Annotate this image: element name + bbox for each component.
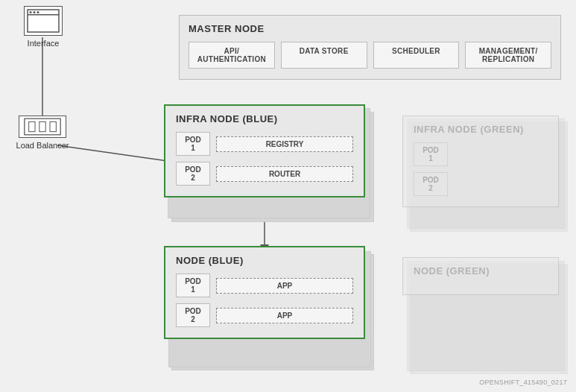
diagram-container: Interface Load Balancer MASTER NODE API/… <box>0 0 576 392</box>
node-blue-pod-row-1: POD 1 APP <box>176 274 353 297</box>
node-blue-pod1-label: POD 1 <box>176 274 210 297</box>
master-node: MASTER NODE API/AUTHENTICATION DATA STOR… <box>179 15 561 80</box>
infra-blue-pod1-label: POD 1 <box>176 132 210 156</box>
watermark: OPENSHIFT_415490_0217 <box>479 379 567 386</box>
infra-blue-pod-row-1: POD 1 REGISTRY <box>176 132 353 156</box>
service-data-store: DATA STORE <box>281 42 367 69</box>
svg-rect-9 <box>25 118 60 135</box>
interface-component: Interface <box>13 6 73 48</box>
infra-node-green-title: INFRA NODE (GREEN) <box>414 124 548 135</box>
svg-point-8 <box>37 11 39 13</box>
node-blue-title: NODE (BLUE) <box>176 255 353 266</box>
svg-point-7 <box>34 11 36 13</box>
infra-blue-router: ROUTER <box>216 166 353 182</box>
infra-green-pod-row-1: POD 1 <box>414 142 548 166</box>
service-mgmt-replication: MANAGEMENT/REPLICATION <box>465 42 551 69</box>
infra-blue-pod-row-2: POD 2 ROUTER <box>176 162 353 186</box>
load-balancer-icon <box>19 116 66 138</box>
infra-node-green: INFRA NODE (GREEN) POD 1 POD 2 <box>402 116 559 207</box>
node-blue-app1: APP <box>216 278 353 294</box>
infra-node-blue-title: INFRA NODE (BLUE) <box>176 113 353 124</box>
master-node-title: MASTER NODE <box>189 23 551 34</box>
svg-rect-4 <box>28 10 59 32</box>
svg-point-6 <box>30 11 32 13</box>
load-balancer-component: Load Balancer <box>9 116 76 150</box>
node-green-title: NODE (GREEN) <box>414 265 548 276</box>
service-api-auth: API/AUTHENTICATION <box>189 42 275 69</box>
infra-blue-registry: REGISTRY <box>216 136 353 152</box>
node-blue-app2: APP <box>216 308 353 323</box>
service-scheduler: SCHEDULER <box>373 42 460 69</box>
infra-green-pod2-label: POD 2 <box>414 172 448 196</box>
node-blue: NODE (BLUE) POD 1 APP POD 2 APP <box>164 246 365 339</box>
infra-blue-pod2-label: POD 2 <box>176 162 210 186</box>
node-blue-pod-row-2: POD 2 APP <box>176 303 353 327</box>
infra-green-pod1-label: POD 1 <box>414 142 448 166</box>
interface-icon <box>24 6 63 36</box>
load-balancer-label: Load Balancer <box>16 141 69 150</box>
infra-green-pod-row-2: POD 2 <box>414 172 548 196</box>
infra-node-blue: INFRA NODE (BLUE) POD 1 REGISTRY POD 2 R… <box>164 104 365 197</box>
node-blue-pod2-label: POD 2 <box>176 303 210 327</box>
master-node-services: API/AUTHENTICATION DATA STORE SCHEDULER … <box>189 42 551 69</box>
node-green: NODE (GREEN) <box>402 257 559 295</box>
interface-label: Interface <box>28 39 60 48</box>
